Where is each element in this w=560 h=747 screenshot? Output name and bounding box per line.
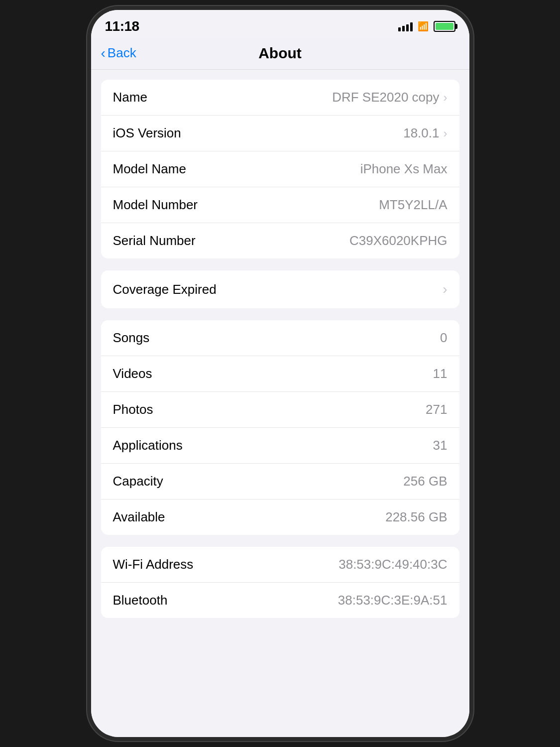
page-title: About	[258, 45, 302, 62]
content-area: Name DRF SE2020 copy › iOS Version 18.0.…	[91, 70, 469, 737]
ios-version-row[interactable]: iOS Version 18.0.1 ›	[101, 116, 459, 151]
wifi-address-value: 38:53:9C:49:40:3C	[338, 557, 447, 572]
available-value: 228.56 GB	[385, 509, 447, 525]
back-label: Back	[108, 45, 136, 61]
ios-version-value: 18.0.1 ›	[403, 125, 447, 141]
status-bar: 11:18 📶	[91, 10, 469, 37]
status-right-icons: 📶	[398, 21, 455, 32]
videos-row: Videos 11	[101, 356, 459, 392]
back-chevron-icon: ‹	[101, 45, 106, 61]
serial-number-row: Serial Number C39X6020KPHG	[101, 223, 459, 258]
applications-value: 31	[433, 438, 448, 453]
back-button[interactable]: ‹ Back	[101, 45, 136, 61]
capacity-value: 256 GB	[403, 474, 447, 489]
chevron-right-icon: ›	[444, 126, 448, 140]
applications-row: Applications 31	[101, 428, 459, 464]
photos-row: Photos 271	[101, 392, 459, 428]
model-name-label: Model Name	[113, 161, 186, 177]
chevron-right-icon: ›	[444, 91, 448, 105]
model-number-value: MT5Y2LL/A	[379, 197, 447, 213]
battery-icon	[434, 21, 455, 32]
serial-number-value: C39X6020KPHG	[349, 233, 448, 249]
name-value: DRF SE2020 copy ›	[332, 90, 447, 105]
wifi-address-row: Wi-Fi Address 38:53:9C:49:40:3C	[101, 547, 459, 583]
available-row: Available 228.56 GB	[101, 499, 459, 535]
capacity-label: Capacity	[113, 474, 163, 489]
model-name-value: iPhone Xs Max	[360, 161, 448, 177]
capacity-row: Capacity 256 GB	[101, 464, 459, 499]
nav-bar: ‹ Back About	[91, 37, 469, 70]
name-label: Name	[113, 90, 147, 105]
songs-row: Songs 0	[101, 320, 459, 356]
ios-version-label: iOS Version	[113, 125, 181, 141]
songs-value: 0	[440, 330, 447, 346]
signal-icon	[398, 21, 413, 31]
coverage-label: Coverage Expired	[113, 282, 217, 297]
bluetooth-row: Bluetooth 38:53:9C:3E:9A:51	[101, 583, 459, 618]
serial-number-label: Serial Number	[113, 233, 196, 249]
device-info-section: Name DRF SE2020 copy › iOS Version 18.0.…	[101, 80, 459, 258]
songs-label: Songs	[113, 330, 150, 346]
videos-label: Videos	[113, 366, 152, 381]
coverage-chevron-icon: ›	[443, 281, 447, 297]
coverage-row[interactable]: Coverage Expired ›	[101, 270, 459, 308]
status-time: 11:18	[105, 18, 139, 34]
bluetooth-value: 38:53:9C:3E:9A:51	[338, 593, 448, 608]
network-section: Wi-Fi Address 38:53:9C:49:40:3C Bluetoot…	[101, 547, 459, 618]
model-number-row: Model Number MT5Y2LL/A	[101, 187, 459, 223]
photos-label: Photos	[113, 402, 153, 417]
videos-value: 11	[433, 366, 448, 381]
phone-frame: 11:18 📶 ‹ Back About Name	[91, 10, 469, 737]
applications-label: Applications	[113, 438, 183, 453]
coverage-section[interactable]: Coverage Expired ›	[101, 270, 459, 308]
available-label: Available	[113, 509, 165, 525]
stats-section: Songs 0 Videos 11 Photos 271 Application…	[101, 320, 459, 535]
wifi-icon: 📶	[418, 21, 429, 32]
bluetooth-label: Bluetooth	[113, 593, 168, 608]
photos-value: 271	[426, 402, 447, 417]
model-number-label: Model Number	[113, 197, 198, 213]
model-name-row: Model Name iPhone Xs Max	[101, 151, 459, 187]
wifi-address-label: Wi-Fi Address	[113, 557, 194, 572]
name-row[interactable]: Name DRF SE2020 copy ›	[101, 80, 459, 116]
